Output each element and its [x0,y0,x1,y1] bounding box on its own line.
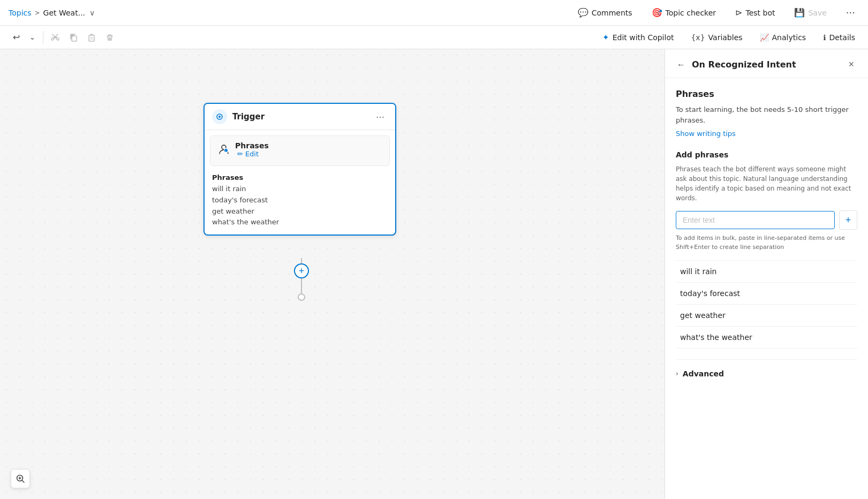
list-item: get weather [676,305,857,327]
advanced-label: Advanced [683,369,724,378]
node-phrase-whats-the-weather: what's the weather [212,217,388,228]
phrase-text: what's the weather [680,333,752,342]
test-bot-label: Test bot [745,9,775,17]
phrase-text-input[interactable] [676,211,835,229]
copy-button[interactable] [65,30,82,45]
cut-icon [51,33,59,42]
node-phrase-todays-forecast: today's forecast [212,195,388,206]
breadcrumb-current: Get Weat... [43,9,85,17]
show-writing-tips-link[interactable]: Show writing tips [676,130,857,138]
connector-line-top [301,258,302,263]
comments-label: Comments [592,9,632,17]
trigger-icon [212,109,227,124]
breadcrumb-separator: > [35,9,40,17]
plus-icon: + [846,215,851,226]
node-phrase-get-weather: get weather [212,206,388,217]
svg-text:!: ! [225,150,227,153]
panel-header-left: ← On Recognized Intent [676,59,796,71]
advanced-section: › Advanced [676,359,857,380]
node-phrases-section: Phrases will it rain today's forecast ge… [205,171,395,235]
add-step-button[interactable]: + [294,263,309,278]
details-label: Details [829,33,855,42]
panel-body: Phrases To start learning, the bot needs… [665,78,868,391]
node-menu-button[interactable]: ⋯ [373,111,388,123]
trigger-node: Trigger ⋯ ! [203,103,396,236]
cut-button[interactable] [47,30,64,45]
toolbar-separator [43,31,43,44]
breadcrumb-chevron-icon[interactable]: ∨ [89,9,95,17]
phrases-inner-card: ! Phrases ✏ Edit [210,135,390,166]
phrase-text: get weather [680,311,726,320]
undo-button[interactable]: ↩ [9,29,24,46]
end-node-circle [298,293,305,301]
node-header: Trigger ⋯ [205,104,395,130]
connector-line-bottom [301,278,302,293]
canvas[interactable]: Trigger ⋯ ! [0,49,665,499]
copilot-icon: ✦ [602,33,609,42]
phrase-text: will it rain [680,267,717,276]
save-button[interactable]: 💾 Save [790,5,831,20]
node-phrases-label: Phrases [212,173,388,182]
list-item: will it rain [676,260,857,283]
edit-pencil-icon: ✏ [237,150,243,158]
test-bot-button[interactable]: ⊳ Test bot [731,5,779,20]
details-icon: ℹ [823,33,826,42]
comments-button[interactable]: 💬 Comments [573,5,637,20]
panel-header: ← On Recognized Intent × [665,49,868,78]
top-nav: Topics > Get Weat... ∨ 💬 Comments 🎯 Topi… [0,0,868,26]
zoom-in-icon [16,474,25,483]
delete-button[interactable] [101,30,118,45]
trigger-node-card: Trigger ⋯ ! [203,103,396,236]
svg-point-3 [218,116,221,118]
phrases-person-icon: ! [218,143,230,157]
save-label: Save [808,9,826,17]
edit-label: Edit [245,150,259,158]
phrases-card-title: Phrases [235,141,269,150]
toolbar-right: ✦ Edit with Copilot {x} Variables 📈 Anal… [598,31,859,44]
right-panel: ← On Recognized Intent × Phrases To star… [665,49,868,499]
edit-copilot-label: Edit with Copilot [613,33,674,42]
undo-icon: ↩ [13,32,20,42]
analytics-label: Analytics [772,33,806,42]
bulk-hint-text: To add items in bulk, paste in line-sepa… [676,234,857,252]
details-button[interactable]: ℹ Details [819,31,859,44]
node-phrase-will-it-rain: will it rain [212,184,388,195]
variables-button[interactable]: {x} Variables [686,31,746,44]
topic-checker-icon: 🎯 [652,7,662,18]
redo-button[interactable]: ⌄ [25,30,40,44]
panel-title: On Recognized Intent [692,59,796,70]
toolbar: ↩ ⌄ [0,26,868,49]
delete-icon [105,33,114,42]
node-title: Trigger [232,112,265,122]
phrases-card-info: Phrases ✏ Edit [235,141,269,158]
phrase-list: will it rain today's forecast get weathe… [676,260,857,349]
topic-checker-button[interactable]: 🎯 Topic checker [647,5,721,20]
analytics-icon: 📈 [760,33,769,42]
advanced-chevron-icon: › [676,370,678,377]
svg-rect-1 [89,35,94,41]
zoom-control[interactable] [11,469,30,488]
analytics-button[interactable]: 📈 Analytics [756,31,811,44]
add-phrase-button[interactable]: + [839,210,857,230]
phrase-input-row: + [676,210,857,230]
add-phrases-title: Add phrases [676,150,857,159]
paste-icon [87,33,96,42]
add-step-connector: + [294,258,309,301]
more-actions-button[interactable]: ··· [842,5,859,20]
edit-phrases-link[interactable]: ✏ Edit [237,150,269,158]
variables-label: Variables [708,33,743,42]
panel-close-button[interactable]: × [845,58,857,71]
topic-checker-label: Topic checker [666,9,716,17]
list-item: what's the weather [676,327,857,349]
edit-copilot-button[interactable]: ✦ Edit with Copilot [598,31,678,44]
paste-button[interactable] [83,30,100,45]
phrases-card-header: ! Phrases ✏ Edit [218,141,382,158]
add-phrases-description: Phrases teach the bot different ways som… [676,164,857,203]
panel-back-button[interactable]: ← [676,59,686,71]
phrase-text: today's forecast [680,289,740,298]
breadcrumb-topics-link[interactable]: Topics [9,9,32,17]
breadcrumb: Topics > Get Weat... ∨ [9,9,95,17]
advanced-header[interactable]: › Advanced [676,367,857,380]
list-item: today's forecast [676,283,857,305]
test-bot-icon: ⊳ [735,7,742,18]
